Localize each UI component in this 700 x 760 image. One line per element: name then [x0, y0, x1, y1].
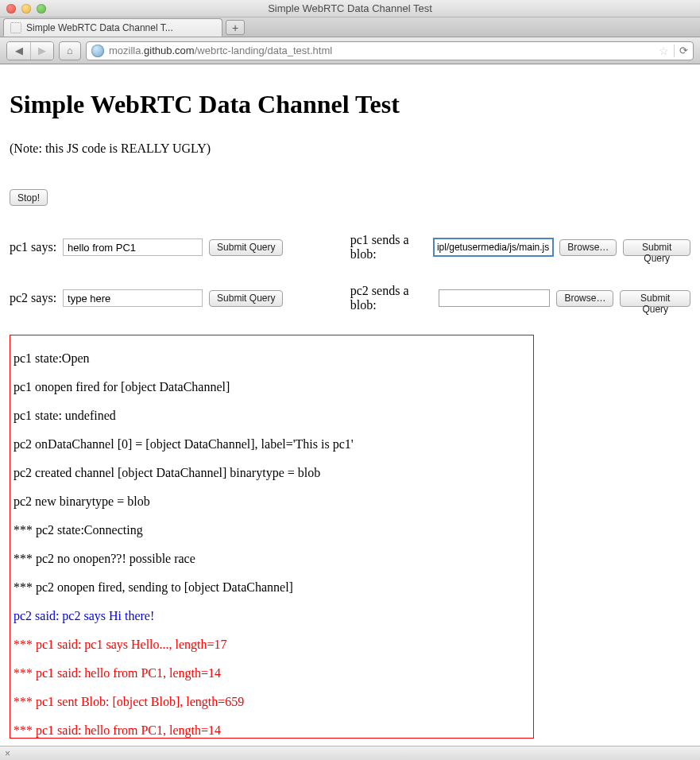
pc2-says-submit-button[interactable]: Submit Query: [209, 290, 283, 307]
reload-icon[interactable]: ⟳: [679, 45, 688, 56]
pc2-says-group: pc2 says: Submit Query: [10, 289, 342, 307]
tab-title: Simple WebRTC Data Channel T...: [26, 22, 173, 33]
pc1-blob-file-input[interactable]: ipl/getusermedia/js/main.js: [434, 238, 553, 256]
favicon-placeholder-icon: [10, 22, 21, 33]
forward-icon: ▶: [38, 45, 46, 56]
pc2-blob-label: pc2 sends a blob:: [350, 284, 432, 312]
page-content: Simple WebRTC Data Channel Test (Note: t…: [0, 64, 700, 739]
url-bar[interactable]: mozilla.github.com/webrtc-landing/data_t…: [86, 41, 694, 60]
pc1-says-input[interactable]: [63, 238, 203, 256]
back-forward-group: ◀ ▶: [6, 41, 54, 60]
urlbar-divider: [674, 45, 675, 57]
stop-row: Stop!: [10, 189, 690, 206]
log-line: *** pc1 said: hello from PC1, length=14: [14, 723, 530, 738]
navigation-toolbar: ◀ ▶ ⌂ mozilla.github.com/webrtc-landing/…: [0, 37, 700, 64]
pc1-says-label: pc1 says:: [10, 240, 56, 254]
home-button[interactable]: ⌂: [59, 41, 81, 60]
log-line: pc2 new binarytype = blob: [14, 494, 530, 509]
log-line: *** pc2 onopen fired, sending to [object…: [14, 580, 530, 595]
pc2-blob-submit-button[interactable]: Submit Query: [620, 290, 690, 307]
pc1-blob-submit-button[interactable]: Submit Query: [623, 239, 690, 256]
url-text: mozilla.github.com/webrtc-landing/data_t…: [109, 45, 654, 56]
url-prefix: mozilla.: [109, 45, 144, 56]
log-line: pc2 said: pc2 says Hi there!: [14, 609, 530, 623]
new-tab-button[interactable]: +: [226, 20, 245, 35]
log-line: pc1 onopen fired for [object DataChannel…: [14, 380, 530, 394]
pc1-says-group: pc1 says: Submit Query: [10, 238, 342, 256]
pc1-blob-group: pc1 sends a blob: ipl/getusermedia/js/ma…: [350, 233, 690, 262]
plus-icon: +: [232, 21, 238, 34]
log-line: *** pc1 said: pc1 says Hello..., length=…: [14, 638, 530, 652]
log-line: pc1 state:Open: [14, 351, 530, 366]
bookmark-star-icon[interactable]: ☆: [659, 45, 669, 57]
log-output[interactable]: pc1 state:Openpc1 onopen fired for [obje…: [10, 335, 534, 739]
window-titlebar: Simple WebRTC Data Channel Test: [0, 0, 700, 17]
log-line: *** pc2 state:Connecting: [14, 523, 530, 537]
pc1-says-submit-button[interactable]: Submit Query: [209, 239, 283, 256]
pc2-blob-group: pc2 sends a blob: Browse… Submit Query: [350, 284, 690, 312]
back-icon: ◀: [15, 45, 23, 56]
log-line: *** pc1 sent Blob: [object Blob], length…: [14, 695, 530, 709]
pc1-blob-label: pc1 sends a blob:: [350, 233, 428, 262]
back-button[interactable]: ◀: [7, 42, 30, 60]
url-host: github.com: [144, 45, 195, 56]
stop-button[interactable]: Stop!: [10, 189, 48, 206]
pc2-says-label: pc2 says:: [10, 291, 56, 305]
log-line: *** pc2 no onopen??! possible race: [14, 552, 530, 566]
pc2-blob-file-input[interactable]: [439, 289, 550, 307]
forward-button[interactable]: ▶: [30, 42, 53, 60]
page-note: (Note: this JS code is REALLY UGLY): [10, 142, 690, 156]
pc1-blob-browse-button[interactable]: Browse…: [559, 239, 617, 256]
log-line: pc2 created channel [object DataChannel]…: [14, 466, 530, 480]
globe-icon: [91, 45, 104, 57]
tab-strip: Simple WebRTC Data Channel T... +: [0, 17, 700, 37]
log-line: pc2 onDataChannel [0] = [object DataChan…: [14, 437, 530, 452]
pc2-blob-filename: [439, 290, 549, 306]
browser-tab[interactable]: Simple WebRTC Data Channel T...: [3, 18, 222, 37]
log-line: *** pc1 said: hello from PC1, length=14: [14, 666, 530, 681]
pc2-blob-browse-button[interactable]: Browse…: [556, 290, 613, 307]
row-pc1: pc1 says: Submit Query pc1 sends a blob:…: [10, 233, 690, 262]
row-pc2: pc2 says: Submit Query pc2 sends a blob:…: [10, 284, 690, 312]
log-line: pc1 state: undefined: [14, 409, 530, 423]
url-path: /webrtc-landing/data_test.html: [195, 45, 332, 56]
pc2-says-input[interactable]: [63, 289, 203, 307]
window-title: Simple WebRTC Data Channel Test: [0, 2, 700, 14]
pc1-blob-filename: ipl/getusermedia/js/main.js: [435, 239, 552, 255]
page-title: Simple WebRTC Data Channel Test: [10, 90, 690, 119]
home-icon: ⌂: [67, 45, 73, 56]
